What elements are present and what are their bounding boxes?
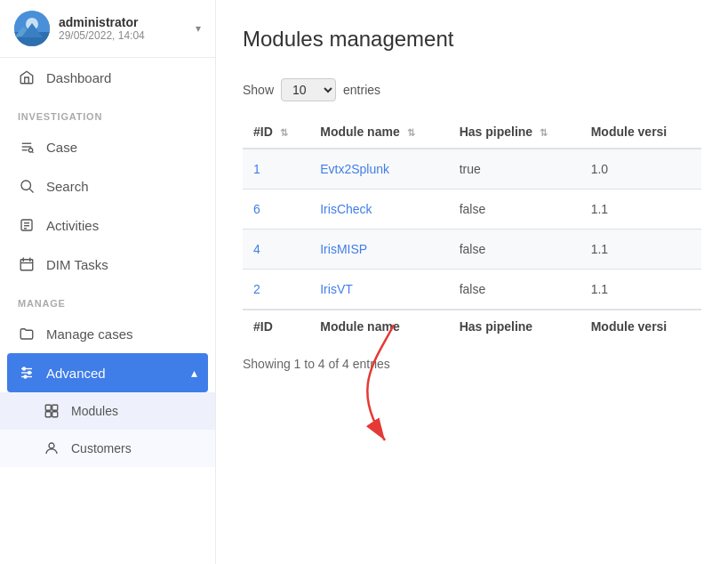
col-module-name[interactable]: Module name ⇅ <box>309 116 448 149</box>
section-investigation: INVESTIGATION <box>0 97 215 127</box>
activities-label: Activities <box>46 218 99 233</box>
user-info: administrator 29/05/2022, 14:04 <box>59 15 187 42</box>
cell-version: 1.1 <box>580 270 701 310</box>
svg-rect-26 <box>52 405 58 410</box>
cell-module-name: IrisCheck <box>309 189 448 230</box>
col-module-version[interactable]: Module versi <box>580 116 701 149</box>
module-name-link[interactable]: IrisVT <box>320 282 353 296</box>
case-icon <box>18 138 36 156</box>
svg-line-12 <box>29 189 33 192</box>
footer-module-version: Module versi <box>580 310 701 342</box>
svg-point-24 <box>24 375 27 378</box>
entries-label: entries <box>343 83 380 97</box>
sidebar: administrator 29/05/2022, 14:04 ▾ Dashbo… <box>0 0 216 564</box>
user-name: administrator <box>59 15 187 29</box>
id-link[interactable]: 6 <box>253 202 260 216</box>
cell-id: 6 <box>243 189 309 230</box>
cell-has-pipeline: true <box>449 149 580 189</box>
footer-has-pipeline: Has pipeline <box>449 310 580 342</box>
sidebar-item-dim-tasks[interactable]: DIM Tasks <box>0 245 215 284</box>
cell-has-pipeline: false <box>449 270 580 310</box>
cell-version: 1.1 <box>580 230 701 270</box>
cell-module-name: IrisMISP <box>309 230 448 270</box>
footer-id: #ID <box>243 310 309 342</box>
search-icon <box>18 177 36 195</box>
sidebar-item-case[interactable]: Case <box>0 127 215 166</box>
home-icon <box>18 68 36 86</box>
dim-tasks-label: DIM Tasks <box>46 257 108 272</box>
svg-point-9 <box>28 149 33 153</box>
sidebar-item-advanced[interactable]: Advanced ▴ <box>7 353 208 392</box>
advanced-label: Advanced <box>46 366 106 381</box>
section-manage: MANAGE <box>0 284 215 314</box>
table-row: 2 IrisVT false 1.1 <box>243 270 701 310</box>
table-header-row: #ID ⇅ Module name ⇅ Has pipeline ⇅ Modul… <box>243 116 701 149</box>
svg-point-11 <box>21 181 31 190</box>
user-dropdown-icon[interactable]: ▾ <box>196 22 201 35</box>
avatar <box>14 11 50 46</box>
table-row: 4 IrisMISP false 1.1 <box>243 230 701 270</box>
svg-rect-28 <box>52 412 58 417</box>
svg-point-22 <box>23 367 26 370</box>
id-link[interactable]: 1 <box>253 162 260 176</box>
sidebar-submenu-modules[interactable]: Modules <box>0 392 215 430</box>
table-row: 1 Evtx2Splunk true 1.0 <box>243 149 701 189</box>
dashboard-label: Dashboard <box>46 70 111 85</box>
module-name-link[interactable]: IrisMISP <box>320 242 367 256</box>
cell-version: 1.1 <box>580 189 701 230</box>
cell-has-pipeline: false <box>449 189 580 230</box>
showing-text: Showing 1 to 4 of 4 entries <box>243 357 701 371</box>
activities-icon <box>18 216 36 234</box>
cell-has-pipeline: false <box>449 230 580 270</box>
user-section[interactable]: administrator 29/05/2022, 14:04 ▾ <box>0 0 215 58</box>
entries-select[interactable]: 10 25 50 100 <box>281 78 336 101</box>
folder-icon <box>18 325 36 342</box>
case-label: Case <box>46 140 77 155</box>
page-title: Modules management <box>243 27 701 52</box>
manage-cases-label: Manage cases <box>46 326 133 342</box>
sidebar-item-manage-cases[interactable]: Manage cases <box>0 314 215 353</box>
sidebar-item-activities[interactable]: Activities <box>0 205 215 245</box>
cell-version: 1.0 <box>580 149 701 189</box>
cell-id: 4 <box>243 230 309 270</box>
sidebar-item-search[interactable]: Search <box>0 166 215 205</box>
id-link[interactable]: 2 <box>253 282 260 296</box>
svg-rect-25 <box>45 405 51 410</box>
table-row: 6 IrisCheck false 1.1 <box>243 189 701 230</box>
modules-table: #ID ⇅ Module name ⇅ Has pipeline ⇅ Modul… <box>243 116 701 342</box>
col-has-pipeline[interactable]: Has pipeline ⇅ <box>449 116 580 149</box>
svg-point-23 <box>28 372 31 375</box>
svg-rect-27 <box>45 412 51 417</box>
dim-tasks-icon <box>18 255 36 273</box>
cell-id: 2 <box>243 270 309 310</box>
sort-name-icon: ⇅ <box>407 127 415 138</box>
sidebar-submenu-customers[interactable]: Customers <box>0 430 215 467</box>
modules-label: Modules <box>71 404 118 418</box>
cell-id: 1 <box>243 149 309 189</box>
main-content: Modules management Show 10 25 50 100 ent… <box>216 0 728 564</box>
svg-point-29 <box>49 443 54 448</box>
search-label: Search <box>46 179 89 194</box>
footer-module-name: Module name <box>309 310 448 342</box>
cell-module-name: IrisVT <box>309 270 448 310</box>
svg-rect-17 <box>20 260 33 270</box>
sidebar-item-dashboard[interactable]: Dashboard <box>0 58 215 97</box>
table-footer-row: #ID Module name Has pipeline Module vers… <box>243 310 701 342</box>
id-link[interactable]: 4 <box>253 242 260 256</box>
svg-line-10 <box>32 152 33 153</box>
module-name-link[interactable]: Evtx2Splunk <box>320 162 389 176</box>
modules-icon <box>43 402 60 420</box>
customers-label: Customers <box>71 441 132 455</box>
col-id[interactable]: #ID ⇅ <box>243 116 309 149</box>
customers-icon <box>43 439 60 457</box>
module-name-link[interactable]: IrisCheck <box>320 202 372 216</box>
sliders-icon <box>18 364 36 382</box>
advanced-chevron-icon: ▴ <box>191 366 197 380</box>
show-label: Show <box>243 83 274 97</box>
user-date: 29/05/2022, 14:04 <box>59 29 187 42</box>
cell-module-name: Evtx2Splunk <box>309 149 448 189</box>
table-controls: Show 10 25 50 100 entries <box>243 78 701 101</box>
sort-pipeline-icon: ⇅ <box>540 127 548 138</box>
sort-id-icon: ⇅ <box>280 127 288 138</box>
